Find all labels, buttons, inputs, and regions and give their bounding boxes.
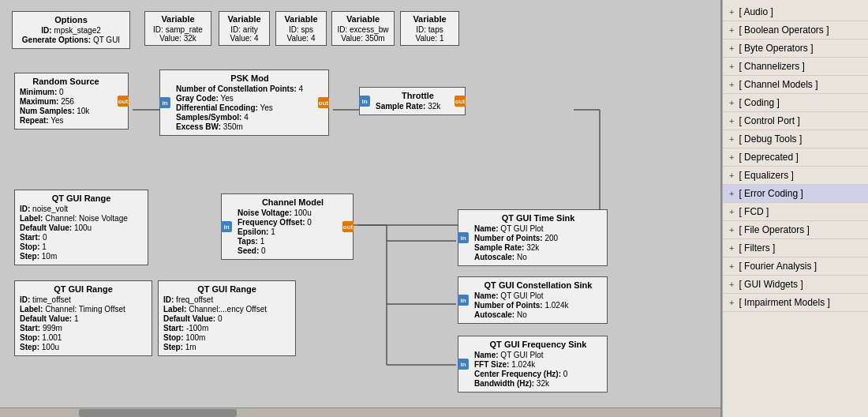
var-arity-block[interactable]: Variable ID: arity Value: 4 [219, 11, 270, 46]
random-source-title: Random Source [20, 77, 112, 86]
sidebar-label-depr: [ Deprecated ] [739, 152, 798, 163]
expand-icon-bool: + [729, 25, 734, 35]
random-source-block[interactable]: Random Source Minimum: 0 Maximum: 256 Nu… [14, 73, 129, 130]
qt-range-time-title: QT GUI Range [20, 284, 147, 294]
sidebar-label-audio: [ Audio ] [739, 6, 773, 17]
qt-range-noise-title: QT GUI Range [20, 193, 143, 203]
throttle-title: Throttle [376, 91, 460, 100]
sidebar-item-channelizers[interactable]: + [ Channelizers ] [723, 58, 868, 76]
sidebar-item-fcd[interactable]: + [ FCD ] [723, 203, 868, 221]
sidebar-item-coding[interactable]: + [ Coding ] [723, 94, 868, 112]
throttle-rate: Sample Rate: 32k [376, 102, 460, 111]
qt-time-sink-title: QT GUI Time Sink [474, 213, 602, 223]
qt-freq-sink-title: QT GUI Frequency Sink [474, 340, 602, 349]
var-sps-value: Value: 4 [281, 34, 321, 43]
expand-icon-chan: + [729, 62, 734, 71]
qt-time-sink-block[interactable]: QT GUI Time Sink Name: QT GUI Plot Numbe… [458, 209, 608, 266]
channel-model-in-port[interactable]: in [221, 221, 232, 232]
sidebar-item-gui-widgets[interactable]: + [ GUI Widgets ] [723, 276, 868, 294]
expand-icon-depr: + [729, 152, 734, 162]
var-taps-title: Variable [406, 14, 454, 24]
var-samp-rate-id: ID: samp_rate [150, 25, 206, 34]
canvas-area[interactable]: Options ID: mpsk_stage2 Generate Options… [0, 0, 722, 417]
expand-icon-four: + [729, 261, 734, 271]
expand-icon-filt: + [729, 243, 734, 253]
expand-icon-eq: + [729, 171, 734, 180]
var-excess-bw-id: ID: excess_bw [337, 25, 389, 34]
qt-freq-sink-in-port[interactable]: in [458, 359, 469, 370]
var-samp-rate-block[interactable]: Variable ID: samp_rate Value: 32k [144, 11, 211, 46]
var-sps-id: ID: sps [281, 25, 321, 34]
expand-icon-byte: + [729, 43, 734, 53]
psk-const-pts: Number of Constellation Points: 4 [176, 85, 324, 93]
sidebar-label-gui: [ GUI Widgets ] [739, 279, 803, 290]
sidebar-label-errcod: [ Error Coding ] [739, 188, 803, 199]
options-block[interactable]: Options ID: mpsk_stage2 Generate Options… [12, 11, 130, 49]
qt-const-sink-title: QT GUI Constellation Sink [474, 280, 602, 290]
expand-icon-coding: + [729, 98, 734, 107]
psk-mod-out-port[interactable]: out [318, 97, 329, 108]
channel-model-block[interactable]: Channel Model Noise Voltage: 100u Freque… [221, 193, 354, 260]
sidebar-label-imp: [ Impairment Models ] [739, 297, 829, 308]
var-taps-block[interactable]: Variable ID: taps Value: 1 [400, 11, 459, 46]
qt-const-sink-block[interactable]: QT GUI Constellation Sink Name: QT GUI P… [458, 276, 608, 324]
throttle-out-port[interactable]: out [455, 96, 466, 107]
throttle-in-port[interactable]: in [359, 96, 370, 107]
qt-range-noise-block[interactable]: QT GUI Range ID: noise_volt Label: Chann… [14, 190, 148, 265]
sidebar-item-equalizers[interactable]: + [ Equalizers ] [723, 167, 868, 185]
expand-icon-file: + [729, 225, 734, 235]
psk-mod-title: PSK Mod [176, 73, 324, 83]
psk-mod-in-port[interactable]: in [159, 97, 170, 108]
sidebar-label-file: [ File Operators ] [739, 224, 809, 235]
sidebar-item-audio[interactable]: + [ Audio ] [723, 3, 868, 21]
qt-const-sink-in-port[interactable]: in [458, 295, 469, 306]
sidebar-item-file-ops[interactable]: + [ File Operators ] [723, 221, 868, 239]
sidebar-item-boolean-ops[interactable]: + [ Boolean Operators ] [723, 21, 868, 39]
var-excess-bw-title: Variable [337, 14, 389, 24]
sidebar-label-chanmod: [ Channel Models ] [739, 79, 817, 90]
random-source-out-port[interactable]: out [118, 96, 129, 107]
options-gen-field: Generate Options: QT GUI [19, 36, 123, 44]
sidebar-item-channel-models[interactable]: + [ Channel Models ] [723, 76, 868, 94]
qt-freq-sink-block[interactable]: QT GUI Frequency Sink Name: QT GUI Plot … [458, 336, 608, 393]
sidebar-item-fourier[interactable]: + [ Fourier Analysis ] [723, 257, 868, 276]
var-arity-value: Value: 4 [224, 34, 264, 43]
sidebar-label-four: [ Fourier Analysis ] [739, 261, 817, 272]
rs-num: Num Samples: 10k [20, 107, 112, 115]
channel-model-title: Channel Model [238, 197, 348, 207]
throttle-block[interactable]: Throttle Sample Rate: 32k in out [359, 87, 466, 115]
psk-gray: Gray Code: Yes [176, 94, 324, 103]
rs-repeat: Repeat: Yes [20, 116, 112, 125]
sidebar-item-control-port[interactable]: + [ Control Port ] [723, 112, 868, 130]
sidebar-label-fcd: [ FCD ] [739, 206, 769, 217]
expand-icon-ctrl: + [729, 116, 734, 126]
sidebar-label-filt: [ Filters ] [739, 242, 775, 254]
psk-mod-block[interactable]: PSK Mod Number of Constellation Points: … [159, 70, 329, 136]
qt-range-time-block[interactable]: QT GUI Range ID: time_offset Label: Chan… [14, 280, 152, 356]
options-title: Options [19, 15, 123, 24]
qt-range-freq-title: QT GUI Range [163, 284, 290, 294]
var-excess-bw-block[interactable]: Variable ID: excess_bw Value: 350m [331, 11, 395, 46]
scrollbar-thumb[interactable] [79, 409, 237, 417]
qt-time-sink-in-port[interactable]: in [458, 232, 469, 243]
sidebar-item-error-coding[interactable]: + [ Error Coding ] [723, 185, 868, 203]
sidebar-item-filters[interactable]: + [ Filters ] [723, 239, 868, 257]
var-arity-title: Variable [224, 14, 264, 24]
sidebar-item-byte-ops[interactable]: + [ Byte Operators ] [723, 39, 868, 58]
psk-diff-enc: Differential Encoding: Yes [176, 103, 324, 112]
expand-icon-errcod: + [729, 189, 734, 198]
var-sps-title: Variable [281, 14, 321, 24]
qt-range-freq-block[interactable]: QT GUI Range ID: freq_offset Label: Chan… [158, 280, 296, 356]
expand-icon-fcd: + [729, 207, 734, 216]
var-samp-rate-title: Variable [150, 14, 206, 24]
channel-model-out-port[interactable]: out [342, 221, 354, 232]
var-sps-block[interactable]: Variable ID: sps Value: 4 [275, 11, 327, 46]
var-samp-rate-value: Value: 32k [150, 34, 206, 43]
sidebar-item-impairment[interactable]: + [ Impairment Models ] [723, 294, 868, 312]
expand-icon-debug: + [729, 134, 734, 144]
horizontal-scrollbar[interactable] [0, 408, 720, 417]
var-taps-value: Value: 1 [406, 34, 454, 43]
sidebar-item-deprecated[interactable]: + [ Deprecated ] [723, 148, 868, 167]
expand-icon-chanmod: + [729, 80, 734, 89]
sidebar-item-debug-tools[interactable]: + [ Debug Tools ] [723, 130, 868, 148]
